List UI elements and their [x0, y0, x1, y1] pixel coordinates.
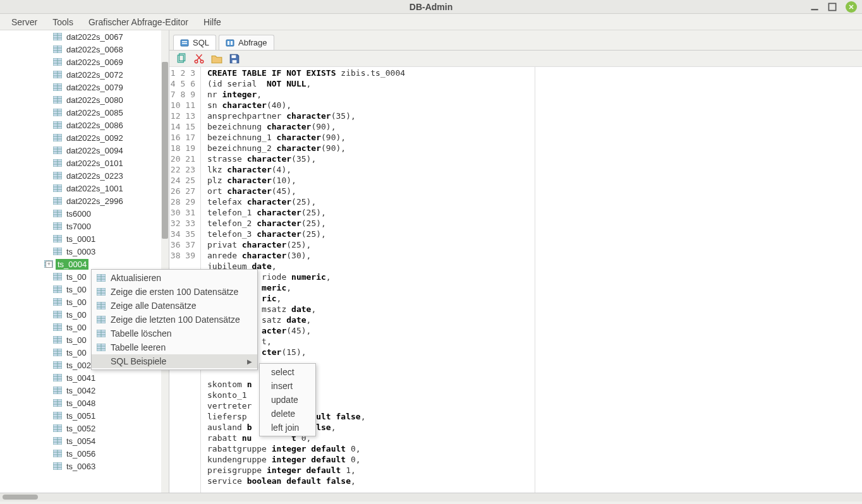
sub-leftjoin[interactable]: left join — [260, 421, 315, 435]
table-icon — [53, 361, 62, 369]
table-icon — [53, 83, 62, 91]
tree-item[interactable]: dat2022s_0067 — [0, 30, 169, 43]
tree-item[interactable]: dat2022s_1001 — [0, 182, 169, 195]
table-icon — [53, 210, 62, 217]
tree-label: ts_00 — [64, 284, 88, 295]
horizontal-scrollbar[interactable] — [0, 493, 862, 501]
titlebar: DB-Admin — [0, 0, 862, 14]
sub-update[interactable]: update — [260, 393, 315, 407]
expand-icon[interactable]: + — [46, 261, 52, 268]
table-icon — [53, 134, 62, 141]
svg-line-155 — [197, 54, 202, 60]
table-icon — [53, 424, 62, 432]
table-icon — [53, 147, 62, 154]
table-icon — [53, 121, 62, 129]
ctx-empty[interactable]: Tabelle leeren — [92, 340, 257, 354]
table-icon — [97, 302, 106, 309]
close-button[interactable] — [846, 1, 857, 13]
table-icon — [53, 172, 62, 179]
table-icon — [53, 58, 62, 66]
abfrage-icon — [226, 39, 234, 47]
h-scrollbar-thumb[interactable] — [3, 495, 38, 500]
tree-label: dat2022s_0067 — [64, 32, 125, 42]
tree-item[interactable]: dat2022s_0069 — [0, 56, 169, 68]
table-icon — [53, 298, 62, 306]
minimize-button[interactable] — [810, 3, 819, 11]
editor-blank — [535, 67, 863, 493]
tree-item[interactable]: dat2022s_0085 — [0, 106, 169, 119]
tree-label: dat2022s_0079 — [64, 82, 125, 93]
tree-item[interactable]: dat2022s_0223 — [0, 169, 169, 182]
tree-label: ts_0052 — [64, 423, 97, 434]
table-icon — [53, 437, 62, 445]
tree-item[interactable]: ts_0051 — [0, 409, 169, 422]
tab-abfrage-label: Abfrage — [238, 38, 267, 47]
tree-item[interactable]: ts7000 — [0, 220, 169, 232]
tab-sql[interactable]: SQL — [173, 35, 216, 50]
sidebar-tree[interactable]: dat2022s_0067dat2022s_0068dat2022s_0069d… — [0, 30, 169, 493]
menu-server[interactable]: Server — [4, 15, 45, 29]
tree-label: ts_0001 — [64, 234, 97, 244]
sidebar-scrollbar[interactable] — [161, 30, 169, 493]
tree-item[interactable]: dat2022s_0072 — [0, 68, 169, 81]
tree-item[interactable]: ts_0042 — [0, 384, 169, 397]
tree-label: ts_0003 — [64, 246, 97, 257]
svg-rect-156 — [232, 55, 236, 58]
tree-item[interactable]: dat2022s_0080 — [0, 93, 169, 106]
cut-button[interactable] — [193, 53, 205, 64]
tree-label: dat2022s_0068 — [64, 44, 125, 55]
tree-item[interactable]: ts_0048 — [0, 397, 169, 409]
copy-button[interactable] — [176, 53, 187, 64]
tree-item[interactable]: ts_0054 — [0, 435, 169, 447]
ctx-all[interactable]: Zeige alle Datensätze — [92, 299, 257, 313]
svg-point-152 — [195, 60, 198, 63]
table-icon — [53, 96, 62, 104]
maximize-button[interactable] — [828, 3, 837, 11]
table-icon — [53, 45, 62, 53]
table-icon — [53, 248, 62, 255]
tab-abfrage[interactable]: Abfrage — [219, 35, 274, 50]
ctx-first100[interactable]: Zeige die ersten 100 Datensätze — [92, 285, 257, 299]
menu-help[interactable]: Hilfe — [196, 15, 229, 29]
svg-rect-147 — [226, 40, 234, 46]
ctx-last100[interactable]: Zeige die letzten 100 Datensätze — [92, 313, 257, 327]
tree-item[interactable]: ts_0052 — [0, 422, 169, 435]
tree-item[interactable]: ts6000 — [0, 207, 169, 220]
table-icon — [53, 412, 62, 419]
menu-editor[interactable]: Grafischer Abfrage-Editor — [81, 15, 196, 29]
table-icon — [97, 344, 106, 351]
tree-item[interactable]: dat2022s_0092 — [0, 131, 169, 144]
tree-item[interactable]: ts_0041 — [0, 371, 169, 384]
tree-item[interactable]: dat2022s_0086 — [0, 119, 169, 131]
sub-insert[interactable]: insert — [260, 379, 315, 393]
ctx-drop[interactable]: Tabelle löschen — [92, 327, 257, 340]
save-button[interactable] — [229, 53, 240, 64]
ctx-refresh[interactable]: Aktualisieren — [92, 271, 257, 285]
tree-item[interactable]: ts_0001 — [0, 232, 169, 245]
ctx-sql-examples[interactable]: SQL Beispiele ▶ — [92, 354, 257, 368]
tree-item[interactable]: ts_0003 — [0, 245, 169, 258]
tree-label: ts_0063 — [64, 461, 97, 472]
tree-label: dat2022s_1001 — [64, 183, 125, 194]
sub-select[interactable]: select — [260, 365, 315, 379]
tree-item[interactable]: +ts_0004 — [0, 258, 169, 270]
table-icon — [53, 222, 62, 230]
tree-item[interactable]: dat2022s_0094 — [0, 144, 169, 157]
svg-rect-149 — [231, 41, 233, 45]
svg-rect-145 — [182, 41, 187, 42]
tree-item[interactable]: dat2022s_0101 — [0, 157, 169, 169]
tree-label: dat2022s_0101 — [64, 158, 125, 169]
svg-rect-1 — [829, 3, 835, 10]
tree-item[interactable]: dat2022s_0068 — [0, 43, 169, 56]
table-icon — [53, 109, 62, 116]
menu-tools[interactable]: Tools — [45, 15, 81, 29]
tree-item[interactable]: dat2022s_2996 — [0, 195, 169, 207]
tree-item[interactable]: ts_0056 — [0, 447, 169, 460]
tree-item[interactable]: ts_0063 — [0, 460, 169, 472]
sub-delete[interactable]: delete — [260, 407, 315, 421]
scrollbar-thumb[interactable] — [162, 62, 168, 239]
table-icon — [53, 71, 62, 78]
table-icon — [53, 323, 62, 331]
tree-item[interactable]: dat2022s_0079 — [0, 81, 169, 93]
open-button[interactable] — [211, 53, 222, 64]
